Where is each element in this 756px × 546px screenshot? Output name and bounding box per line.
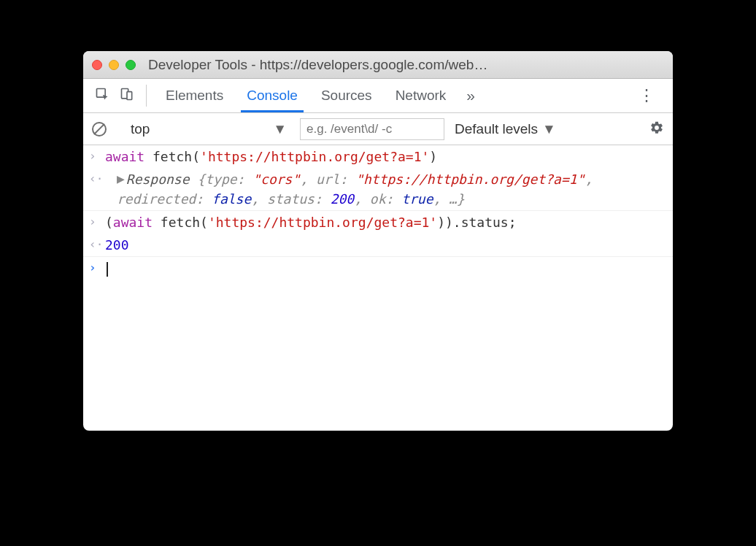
prop-value: true xyxy=(401,191,433,207)
levels-label: Default levels xyxy=(455,121,538,137)
devtools-window: Developer Tools - https://developers.goo… xyxy=(83,51,673,431)
maximize-icon[interactable] xyxy=(126,60,136,70)
traffic-lights xyxy=(92,60,136,70)
output-prompt-icon: ‹· xyxy=(89,235,105,255)
object-label: Response xyxy=(126,172,198,187)
console-input-row: › (await fetch('https://httpbin.org/get?… xyxy=(83,211,673,234)
prop-value: false xyxy=(212,191,251,207)
tab-console[interactable]: Console xyxy=(235,79,309,112)
prop-value: "cors" xyxy=(252,172,300,187)
number-value: 200 xyxy=(105,237,129,253)
prop-name: ok: xyxy=(370,191,401,207)
console-input-row: › await fetch('https://httpbin.org/get?a… xyxy=(83,145,673,168)
console-prompt-row[interactable]: › xyxy=(83,257,673,280)
tab-label: Sources xyxy=(321,88,372,104)
console-code: (await fetch('https://httpbin.org/get?a=… xyxy=(105,212,666,232)
window-title: Developer Tools - https://developers.goo… xyxy=(148,57,664,73)
brace: } xyxy=(457,191,465,207)
comma: , xyxy=(585,172,601,187)
tab-elements[interactable]: Elements xyxy=(154,79,235,112)
minimize-icon[interactable] xyxy=(109,60,119,70)
tab-sources[interactable]: Sources xyxy=(309,79,384,112)
text-cursor xyxy=(107,262,108,277)
tab-label: Console xyxy=(247,88,298,104)
console-output[interactable]: › await fetch('https://httpbin.org/get?a… xyxy=(83,145,673,431)
string-literal: 'https://httpbin.org/get?a=1' xyxy=(208,215,437,230)
context-label: top xyxy=(131,121,150,137)
response-object[interactable]: ▶Response {type: "cors", url: "https://h… xyxy=(105,169,666,209)
string-literal: 'https://httpbin.org/get?a=1' xyxy=(200,149,429,164)
prop-name: url: xyxy=(316,172,355,187)
kebab-menu-icon[interactable]: ⋮ xyxy=(628,86,666,105)
code: ) xyxy=(429,149,437,164)
chevron-down-icon: ▼ xyxy=(542,121,556,137)
code: )).status; xyxy=(437,215,516,230)
keyword: await xyxy=(105,149,144,164)
inspect-icon[interactable] xyxy=(95,87,109,104)
more-tabs-button[interactable]: » xyxy=(458,79,484,112)
code: ( xyxy=(105,215,113,230)
tab-label: Network xyxy=(396,88,447,104)
brace: { xyxy=(197,172,205,187)
chevron-right-icon: » xyxy=(466,87,475,104)
titlebar: Developer Tools - https://developers.goo… xyxy=(83,51,673,79)
prop-value: 200 xyxy=(331,191,355,207)
tab-network[interactable]: Network xyxy=(384,79,458,112)
gear-icon[interactable] xyxy=(649,120,664,138)
prop-name: type: xyxy=(205,172,252,187)
device-toggle-icon[interactable] xyxy=(120,87,134,104)
clear-console-icon[interactable] xyxy=(92,122,107,136)
code: fetch( xyxy=(144,149,200,164)
comma: , xyxy=(354,191,370,207)
output-prompt-icon: ‹· xyxy=(89,169,105,209)
input-prompt-icon: › xyxy=(89,212,105,232)
divider xyxy=(146,85,147,107)
tab-label: Elements xyxy=(166,88,223,104)
comma: , xyxy=(251,191,267,207)
comma: , xyxy=(300,172,316,187)
filter-input[interactable] xyxy=(300,118,444,140)
console-output-row: ‹· 200 xyxy=(83,234,673,257)
console-toolbar: top ▼ Default levels ▼ xyxy=(83,113,673,145)
active-prompt-icon: › xyxy=(89,258,105,278)
close-icon[interactable] xyxy=(92,60,102,70)
code: fetch( xyxy=(153,215,208,230)
prop-name: redirected: xyxy=(117,191,212,207)
ellipsis: , … xyxy=(433,191,458,207)
log-levels-selector[interactable]: Default levels ▼ xyxy=(455,121,556,137)
console-input[interactable] xyxy=(105,258,666,278)
svg-rect-2 xyxy=(127,92,132,100)
keyword: await xyxy=(113,215,153,230)
prop-value: "https://httpbin.org/get?a=1" xyxy=(355,172,585,187)
input-prompt-icon: › xyxy=(89,147,105,166)
expand-triangle-icon[interactable]: ▶ xyxy=(117,169,125,188)
console-code: await fetch('https://httpbin.org/get?a=1… xyxy=(105,147,666,166)
chevron-down-icon: ▼ xyxy=(273,121,287,137)
console-result: 200 xyxy=(105,235,666,255)
console-output-row: ‹· ▶Response {type: "cors", url: "https:… xyxy=(83,168,673,211)
prop-name: status: xyxy=(267,191,331,207)
panel-tabs: Elements Console Sources Network xyxy=(154,79,458,112)
context-selector[interactable]: top ▼ xyxy=(125,121,293,137)
tabbar: Elements Console Sources Network » ⋮ xyxy=(83,79,673,113)
